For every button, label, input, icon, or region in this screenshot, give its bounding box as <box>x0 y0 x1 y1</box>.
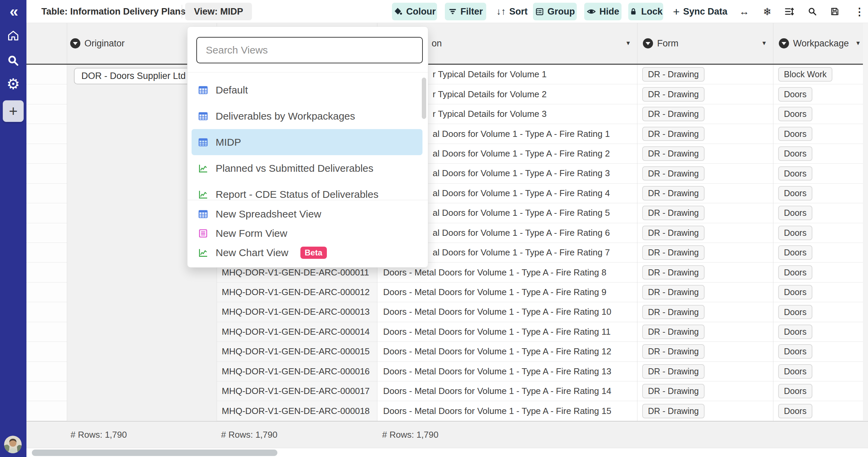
description-cell[interactable]: Doors - Metal Doors for Volume 1 - Type … <box>377 342 637 361</box>
workpackage-cell[interactable]: Doors <box>773 263 863 282</box>
row-gutter-cell[interactable] <box>26 283 67 302</box>
form-cell[interactable]: DR - Drawing <box>637 164 773 183</box>
form-cell[interactable]: DR - Drawing <box>637 302 773 322</box>
workpackage-cell[interactable]: Doors <box>773 243 863 263</box>
row-gutter-cell[interactable] <box>26 302 67 322</box>
form-cell[interactable]: DR - Drawing <box>637 203 773 223</box>
workpackage-cell[interactable]: Doors <box>773 203 863 223</box>
form-cell[interactable]: DR - Drawing <box>637 84 773 104</box>
form-cell[interactable]: DR - Drawing <box>637 124 773 144</box>
new-view-action[interactable]: New Form View <box>188 224 428 243</box>
form-cell[interactable]: DR - Drawing <box>637 263 773 282</box>
form-cell[interactable]: DR - Drawing <box>637 362 773 381</box>
hide-button[interactable]: Hide <box>584 3 622 20</box>
row-gutter-cell[interactable] <box>26 342 67 361</box>
form-cell[interactable]: DR - Drawing <box>637 401 773 421</box>
name-cell[interactable]: MHQ-DOR-V1-GEN-DE-ARC-000017 <box>217 381 377 401</box>
add-button[interactable]: + <box>3 100 24 122</box>
row-gutter-cell[interactable] <box>26 203 67 223</box>
lock-button[interactable]: Lock <box>628 3 663 20</box>
row-gutter-cell[interactable] <box>26 164 67 183</box>
row-gutter-cell[interactable] <box>26 84 67 104</box>
row-gutter-cell[interactable] <box>26 381 67 401</box>
view-selector-button[interactable]: View: MIDP <box>185 3 252 20</box>
view-menu-item-selected[interactable]: MIDP <box>192 129 422 155</box>
new-view-action[interactable]: New Spreadsheet View <box>188 204 428 224</box>
row-gutter-cell[interactable] <box>26 104 67 124</box>
workpackage-cell[interactable]: Doors <box>773 124 863 144</box>
workpackage-cell[interactable]: Doors <box>773 164 863 183</box>
row-gutter-cell[interactable] <box>26 124 67 144</box>
header-workpackage[interactable]: Workpackage ▼ <box>773 23 863 64</box>
search-views-input[interactable] <box>196 37 423 63</box>
description-cell[interactable]: Doors - Metal Doors for Volume 1 - Type … <box>377 381 637 401</box>
workpackage-cell[interactable]: Doors <box>773 223 863 243</box>
header-form[interactable]: Form ▼ <box>637 23 773 64</box>
workpackage-cell[interactable]: Doors <box>773 302 863 322</box>
form-cell[interactable]: DR - Drawing <box>637 104 773 124</box>
row-height-icon[interactable] <box>782 3 797 20</box>
avatar[interactable] <box>4 436 22 453</box>
name-cell[interactable]: MHQ-DOR-V1-GEN-DE-ARC-000018 <box>217 401 377 421</box>
save-icon[interactable] <box>827 3 842 20</box>
name-cell[interactable]: MHQ-DOR-V1-GEN-DE-ARC-000013 <box>217 302 377 322</box>
filter-button[interactable]: Filter <box>445 3 486 20</box>
group-button[interactable]: Group <box>533 3 577 20</box>
menu-scrollbar-thumb[interactable] <box>422 78 426 119</box>
freeze-snowflake-icon[interactable]: ❄ <box>760 3 775 20</box>
form-cell[interactable]: DR - Drawing <box>637 184 773 203</box>
row-gutter-cell[interactable] <box>26 184 67 203</box>
form-cell[interactable]: DR - Drawing <box>637 381 773 401</box>
row-gutter-cell[interactable] <box>26 65 67 84</box>
view-menu-item[interactable]: Planned vs Submitted Deliverables <box>188 155 428 181</box>
workpackage-cell[interactable]: Block Work <box>773 65 863 84</box>
workpackage-cell[interactable]: Doors <box>773 84 863 104</box>
colour-button[interactable]: Colour <box>392 3 437 20</box>
horizontal-scrollbar-thumb[interactable] <box>32 450 277 456</box>
sync-data-button[interactable]: + Sync Data <box>671 3 729 20</box>
name-cell[interactable]: MHQ-DOR-V1-GEN-DE-ARC-000014 <box>217 322 377 342</box>
sort-button[interactable]: ↓↑ Sort <box>493 3 531 20</box>
description-cell[interactable]: Doors - Metal Doors for Volume 1 - Type … <box>377 302 637 322</box>
workpackage-cell[interactable]: Doors <box>773 362 863 381</box>
row-gutter-cell[interactable] <box>26 401 67 421</box>
workpackage-cell[interactable]: Doors <box>773 184 863 203</box>
workpackage-cell[interactable]: Doors <box>773 342 863 361</box>
description-cell[interactable]: Doors - Metal Doors for Volume 1 - Type … <box>377 362 637 381</box>
description-cell[interactable]: Doors - Metal Doors for Volume 1 - Type … <box>377 283 637 302</box>
workpackage-cell[interactable]: Doors <box>773 144 863 164</box>
view-menu-item[interactable]: Report - CDE Status of Deliverables <box>188 181 428 200</box>
resize-columns-icon[interactable]: ↔ <box>737 3 752 20</box>
home-icon[interactable] <box>0 29 26 43</box>
form-cell[interactable]: DR - Drawing <box>637 342 773 361</box>
chevron-down-icon[interactable]: ▼ <box>855 40 861 47</box>
search-table-icon[interactable] <box>805 3 820 20</box>
form-cell[interactable]: DR - Drawing <box>637 223 773 243</box>
collapse-sidebar-icon[interactable]: « <box>0 2 26 20</box>
view-menu-item[interactable]: Deliverables by Workpackages <box>188 103 428 129</box>
row-gutter-cell[interactable] <box>26 362 67 381</box>
chevron-down-icon[interactable]: ▼ <box>625 40 631 47</box>
form-cell[interactable]: DR - Drawing <box>637 243 773 263</box>
view-menu-item[interactable]: Default <box>188 77 428 103</box>
name-cell[interactable]: MHQ-DOR-V1-GEN-DE-ARC-000016 <box>217 362 377 381</box>
settings-gear-icon[interactable]: ⚙ <box>0 77 26 91</box>
description-cell[interactable]: Doors - Metal Doors for Volume 1 - Type … <box>377 401 637 421</box>
workpackage-cell[interactable]: Doors <box>773 104 863 124</box>
row-gutter-cell[interactable] <box>26 263 67 282</box>
name-cell[interactable]: MHQ-DOR-V1-GEN-DE-ARC-000015 <box>217 342 377 361</box>
form-cell[interactable]: DR - Drawing <box>637 283 773 302</box>
search-icon[interactable] <box>0 54 26 68</box>
workpackage-cell[interactable]: Doors <box>773 381 863 401</box>
name-cell[interactable]: MHQ-DOR-V1-GEN-DE-ARC-000012 <box>217 283 377 302</box>
row-gutter-cell[interactable] <box>26 223 67 243</box>
form-cell[interactable]: DR - Drawing <box>637 322 773 342</box>
workpackage-cell[interactable]: Doors <box>773 401 863 421</box>
row-gutter-cell[interactable] <box>26 144 67 164</box>
workpackage-cell[interactable]: Doors <box>773 322 863 342</box>
originator-cell-tag[interactable]: DOR - Doors Supplier Ltd <box>74 68 193 84</box>
workpackage-cell[interactable]: Doors <box>773 283 863 302</box>
description-cell[interactable]: Doors - Metal Doors for Volume 1 - Type … <box>377 322 637 342</box>
row-gutter-cell[interactable] <box>26 243 67 263</box>
new-view-action[interactable]: New Chart ViewBeta <box>188 243 428 262</box>
